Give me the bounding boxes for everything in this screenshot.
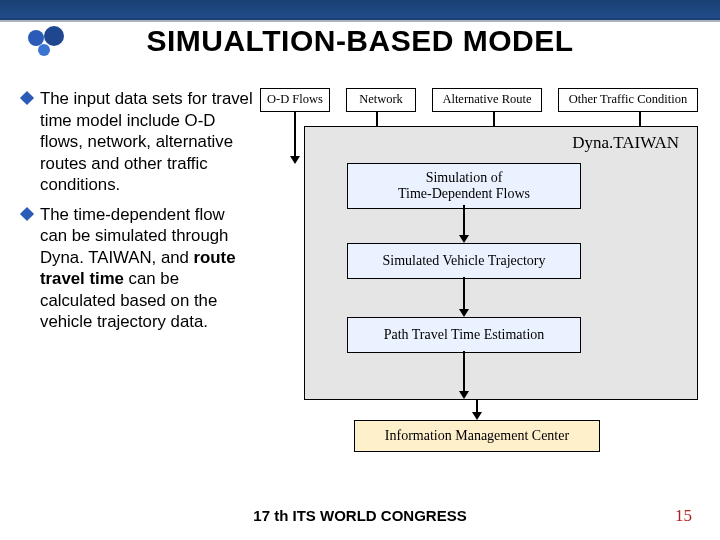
bullet-text: The input data sets for travel time mode…	[40, 88, 254, 196]
diagram-input-box: Other Traffic Condition	[558, 88, 698, 112]
diagram-inputs-row: O-D Flows Network Alternative Route Othe…	[260, 88, 698, 112]
diagram-input-box: O-D Flows	[260, 88, 330, 112]
bullet-text: The time-dependent flow can be simulated…	[40, 204, 254, 333]
bullet-icon	[20, 91, 34, 105]
header-band	[0, 0, 720, 20]
footer-text: 17 th ITS WORLD CONGRESS	[0, 507, 720, 524]
bullet-list: The input data sets for travel time mode…	[22, 88, 260, 470]
flow-diagram: O-D Flows Network Alternative Route Othe…	[260, 88, 698, 470]
list-item: The input data sets for travel time mode…	[22, 88, 254, 196]
diagram-input-box: Alternative Route	[432, 88, 542, 112]
content-area: The input data sets for travel time mode…	[22, 88, 698, 470]
page-number: 15	[675, 506, 692, 526]
list-item: The time-dependent flow can be simulated…	[22, 204, 254, 333]
diagram-group: Dyna.TAIWAN Simulation ofTime-Dependent …	[304, 126, 698, 400]
page-title: SIMUALTION-BASED MODEL	[0, 24, 720, 58]
bullet-icon	[20, 206, 34, 220]
diagram-output-box: Information Management Center	[354, 420, 600, 452]
slide: { "title": "SIMUALTION-BASED MODEL", "bu…	[0, 0, 720, 540]
diagram-input-box: Network	[346, 88, 416, 112]
diagram-step-box: Simulation ofTime-Dependent Flows	[347, 163, 581, 209]
diagram-group-label: Dyna.TAIWAN	[572, 133, 679, 153]
diagram-step-box: Path Travel Time Estimation	[347, 317, 581, 353]
diagram-step-box: Simulated Vehicle Trajectory	[347, 243, 581, 279]
header-shadow	[0, 18, 720, 22]
